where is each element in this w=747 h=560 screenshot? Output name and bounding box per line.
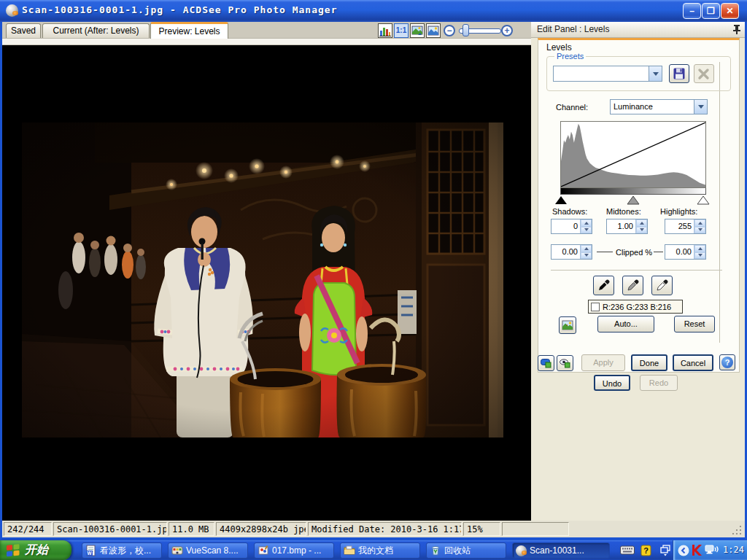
taskbar-item-vuescan[interactable]: VueScan 8....	[168, 542, 248, 559]
edit-panel-header: Edit Panel : Levels	[531, 22, 745, 38]
delete-preset-button[interactable]	[694, 64, 714, 83]
taskbar-item-my-documents[interactable]: 我的文档	[340, 542, 420, 559]
auto-button[interactable]: Auto...	[597, 316, 654, 332]
tab-saved[interactable]: Saved	[6, 23, 41, 38]
maximize-button[interactable]: ❐	[702, 3, 720, 19]
status-extra-cell	[502, 522, 569, 536]
help-doc-icon[interactable]: ?	[640, 545, 651, 556]
clip-shadows-spin-up[interactable]	[581, 245, 592, 252]
shadows-spin-up[interactable]	[581, 219, 592, 227]
clip-highlights-spinner[interactable]: 0.00	[665, 244, 706, 260]
taskbar-clock[interactable]: 1:24	[723, 540, 744, 560]
clip-shadows-spinner[interactable]: 0.00	[551, 244, 592, 260]
levels-slider-row	[555, 195, 711, 205]
actual-size-1-1-icon[interactable]: 1:1	[394, 23, 409, 38]
channel-combo-arrow-icon[interactable]	[694, 100, 707, 114]
full-image-icon[interactable]	[426, 23, 441, 38]
resize-grip[interactable]	[732, 525, 742, 535]
shadows-spinner[interactable]: 0	[551, 219, 592, 234]
redo-button[interactable]: Redo	[640, 375, 678, 391]
edit-panel-title: Edit Panel : Levels	[537, 22, 609, 37]
midtones-slider-handle[interactable]	[627, 196, 639, 204]
white-point-eyedropper-icon[interactable]	[651, 276, 673, 295]
kaspersky-icon[interactable]	[691, 544, 703, 556]
window-flip-icon[interactable]	[660, 545, 670, 556]
show-preview-image-icon[interactable]	[559, 316, 576, 334]
highlights-value: 255	[665, 219, 694, 233]
channel-value: Luminance	[611, 100, 694, 114]
shadows-spin-down[interactable]	[581, 227, 592, 234]
clip-shadows-spin-down[interactable]	[581, 252, 592, 260]
cancel-button[interactable]: Cancel	[673, 354, 713, 371]
undo-button[interactable]: Undo	[594, 375, 630, 391]
levels-histogram	[560, 121, 706, 188]
clip-shadows-value: 0.00	[551, 245, 580, 259]
clipped-dash-right	[654, 252, 663, 252]
taskbar-item-label: 回收站	[444, 543, 471, 558]
apply-button[interactable]: Apply	[581, 354, 625, 371]
help-button[interactable]: ?	[719, 354, 735, 370]
document-icon: W	[85, 545, 97, 556]
midtones-spin-down[interactable]	[636, 227, 647, 234]
rgb-readout-text: R:236 G:233 B:216	[603, 303, 671, 311]
presets-value	[554, 66, 649, 81]
photo	[22, 122, 503, 438]
clipped-dash-left	[597, 252, 613, 252]
presets-combo-arrow-icon[interactable]	[649, 66, 662, 81]
fit-image-icon[interactable]	[410, 23, 425, 38]
tab-current-after-levels[interactable]: Current (After: Levels)	[42, 23, 150, 38]
histogram-shape	[561, 124, 705, 187]
gray-point-eyedropper-icon[interactable]	[622, 276, 643, 295]
taskbar-item-label: VueScan 8....	[186, 543, 239, 558]
rgb-checkbox[interactable]	[591, 303, 600, 311]
black-point-eyedropper-icon[interactable]	[593, 276, 614, 295]
section-divider	[551, 270, 722, 271]
pin-icon[interactable]	[732, 24, 741, 34]
done-button[interactable]: Done	[631, 354, 667, 371]
system-tray: 1:24	[673, 540, 747, 560]
zoom-out-button[interactable]: −	[444, 25, 455, 36]
highlights-label: Highlights:	[660, 207, 697, 216]
close-button[interactable]: ✕	[721, 3, 739, 19]
status-modified-date: Modified Date: 2010-3-16 1:17:32	[308, 522, 462, 536]
histogram-icon[interactable]	[378, 23, 392, 38]
title-bar[interactable]: Scan-100316-0001-1.jpg - ACDSee Pro Phot…	[0, 0, 747, 22]
chevron-collapse-icon[interactable]	[678, 545, 689, 556]
page-scroll-edge	[719, 62, 720, 343]
taskbar-item-recycle-bin[interactable]: 回收站	[426, 542, 506, 559]
taskbar-item-acdsee[interactable]: Scan-10031...	[512, 542, 610, 559]
paint-icon	[258, 545, 269, 556]
tab-preview-levels[interactable]: Preview: Levels	[150, 22, 228, 39]
save-preset-button[interactable]	[669, 64, 689, 83]
clipped-label: Clipped %	[616, 248, 652, 257]
network-monitor-icon[interactable]	[705, 545, 719, 556]
taskbar-item-label: 我的文档	[358, 543, 393, 558]
preview-tab-strip: Saved Current (After: Levels) Preview: L…	[2, 22, 531, 39]
recycle-bin-icon	[430, 545, 441, 556]
midtones-spinner[interactable]: 1.00	[606, 219, 648, 234]
start-button[interactable]: 开始	[0, 540, 71, 560]
toggle-film-panel-icon[interactable]	[538, 355, 554, 371]
channel-combobox[interactable]: Luminance	[610, 99, 708, 114]
highlights-spin-down[interactable]	[694, 227, 705, 234]
toggle-preview-eye-icon[interactable]	[557, 355, 573, 371]
presets-combobox[interactable]	[553, 66, 662, 82]
zoom-slider-thumb[interactable]	[462, 24, 469, 36]
taskbar-item-paint[interactable]: 017.bmp - ...	[254, 542, 334, 559]
clip-highlights-spin-down[interactable]	[694, 252, 705, 260]
highlights-spin-up[interactable]	[694, 219, 705, 227]
taskbar-item-document[interactable]: W 看波形，校...	[82, 542, 162, 559]
levels-gradient-bar	[560, 188, 706, 195]
zoom-in-button[interactable]: +	[501, 25, 513, 36]
minimize-button[interactable]: –	[683, 3, 701, 19]
shadows-slider-handle[interactable]	[555, 196, 567, 204]
clip-highlights-spin-up[interactable]	[694, 245, 705, 252]
midtones-spin-up[interactable]	[636, 219, 647, 227]
status-filename: Scan-100316-0001-1.jpg	[53, 522, 167, 536]
highlights-slider-handle[interactable]	[697, 196, 709, 204]
reset-button[interactable]: Reset	[674, 316, 715, 332]
keyboard-icon[interactable]	[620, 545, 635, 555]
window-title: Scan-100316-0001-1.jpg - ACDSee Pro Phot…	[22, 4, 338, 15]
highlights-spinner[interactable]: 255	[665, 219, 706, 234]
status-zoom-level: 15%	[463, 522, 500, 536]
